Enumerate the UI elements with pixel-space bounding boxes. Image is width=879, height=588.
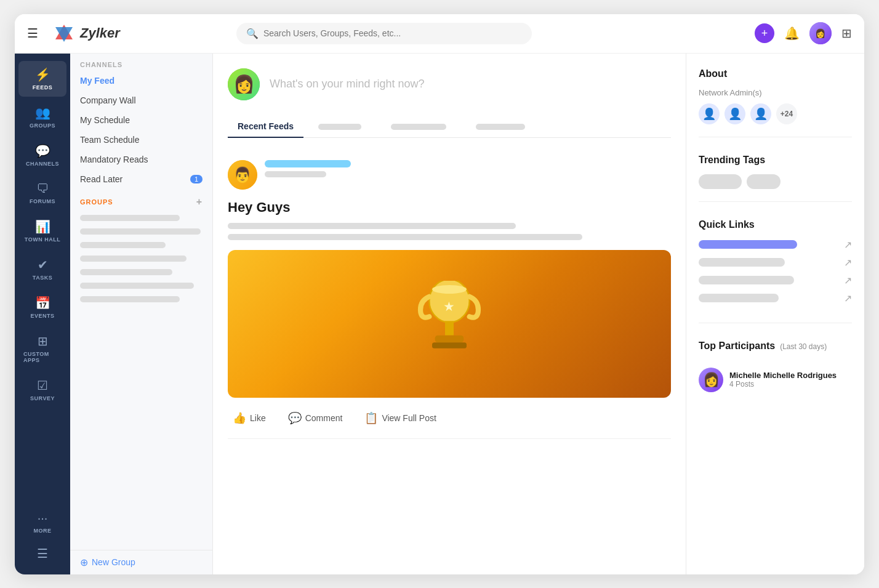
trophy-icon: ★ [406,281,492,367]
tab-placeholder-3[interactable] [461,115,540,137]
tab-recent-feeds[interactable]: Recent Feeds [228,115,303,137]
feeds-icon: ⚡ [35,67,50,82]
tab-placeholder-bar-2 [391,124,446,130]
quick-link-arrow-4: ↗ [844,292,852,304]
group-placeholder-1 [80,215,180,221]
like-button[interactable]: 👍 Like [228,408,271,429]
nav-item-my-schedule[interactable]: My Schedule [70,110,212,130]
logo-text: Zylker [80,25,120,41]
groups-section-header: GROUPS + [70,189,212,210]
sidebar-item-more[interactable]: ··· MORE [18,505,66,540]
search-input[interactable] [263,28,522,38]
left-nav: CHANNELS My Feed Company Wall My Schedul… [70,54,213,574]
trending-tags-title: Trending Tags [699,155,852,166]
read-later-badge: 1 [190,175,203,183]
like-icon: 👍 [233,411,246,425]
quick-link-4[interactable]: ↗ [699,292,852,304]
top-participants-section: Top Participants (Last 30 days) 👩 Michel… [699,340,852,405]
group-placeholder-6 [80,283,194,289]
group-placeholder-5 [80,269,172,275]
top-nav: ☰ Zylker 🔍 + 🔔 👩 ⊞ [15,14,864,54]
post-author-avatar: 👩 [228,68,260,100]
sidebar-item-feeds[interactable]: ⚡ FEEDS [18,61,66,97]
tag-placeholder-2 [747,174,781,189]
nav-item-team-schedule[interactable]: Team Schedule [70,130,212,150]
main-content: 👩 What's on your mind right now? Recent … [213,54,686,574]
comment-button[interactable]: 💬 Comment [283,408,348,429]
group-placeholder-3 [80,242,166,248]
logo-icon [53,22,75,44]
admin-person-icon-2: 👤 [728,107,742,121]
trending-tags-list [699,174,852,189]
sidebar-item-forums[interactable]: 🗨 FORUMS [18,175,66,211]
more-admins-badge[interactable]: +24 [776,103,797,124]
feed-post: 👨 Hey Guys [228,150,671,439]
post-actions: 👍 Like 💬 Comment 📋 View Full Post [228,408,671,429]
grid-icon[interactable]: ⊞ [841,26,852,41]
quick-link-1[interactable]: ↗ [699,239,852,251]
admin-avatars: 👤 👤 👤 +24 [699,103,852,124]
post-title: Hey Guys [228,199,671,215]
user-avatar[interactable]: 👩 [809,22,832,44]
participant-name: Michelle Michelle Rodrigues [729,371,837,380]
top-participants-period: (Last 30 days) [780,342,827,351]
quick-link-2[interactable]: ↗ [699,257,852,268]
collapse-icon: ☰ [37,546,48,561]
quick-link-arrow-3: ↗ [844,275,852,286]
sidebar-item-tasks[interactable]: ✔ TASKS [18,251,66,287]
nav-actions: + 🔔 👩 ⊞ [755,22,852,44]
view-full-post-button[interactable]: 📋 View Full Post [359,408,441,429]
add-button[interactable]: + [755,23,774,43]
bell-icon[interactable]: 🔔 [784,26,800,41]
right-sidebar: About Network Admin(s) 👤 👤 👤 +24 [686,54,864,574]
post-input-placeholder[interactable]: What's on your mind right now? [270,78,425,91]
nav-item-read-later[interactable]: Read Later 1 [70,169,212,189]
sidebar-item-townhall[interactable]: 📊 TOWN HALL [18,213,66,249]
top-participants-header: Top Participants (Last 30 days) [699,340,852,360]
admin-avatar-3: 👤 [750,103,771,124]
channels-section-header: CHANNELS [70,54,212,71]
new-group-button[interactable]: ⊕ New Group [70,550,212,574]
tab-placeholder-1[interactable] [303,115,376,137]
nav-item-my-feed[interactable]: My Feed [70,71,212,91]
sidebar-item-events[interactable]: 📅 EVENTS [18,289,66,325]
svg-rect-5 [435,335,464,342]
sidebar-icons: ⚡ FEEDS 👥 GROUPS 💬 CHANNELS 🗨 FORUMS 📊 T… [15,54,70,574]
feeds-tabs: Recent Feeds [228,115,671,138]
hamburger-icon[interactable]: ☰ [27,26,38,41]
new-group-icon: ⊕ [80,557,88,568]
post-body-placeholder-1 [228,223,516,229]
quick-link-3[interactable]: ↗ [699,275,852,286]
survey-icon: ☑ [37,378,48,393]
view-full-icon: 📋 [364,411,378,425]
sidebar-item-channels[interactable]: 💬 CHANNELS [18,137,66,173]
sidebar-item-survey[interactable]: ☑ SURVEY [18,372,66,408]
sidebar-bottom: ··· MORE ☰ [18,505,66,567]
top-participants-title: Top Participants [699,340,775,352]
search-bar[interactable]: 🔍 [236,23,532,44]
groups-icon: 👥 [35,105,50,120]
nav-item-mandatory-reads[interactable]: Mandatory Reads [70,150,212,169]
more-icon: ··· [38,511,48,525]
events-icon: 📅 [35,296,50,310]
sidebar-item-custom-apps[interactable]: ⊞ CUSTOM APPS [18,328,66,369]
quick-link-arrow-1: ↗ [844,239,852,251]
tab-placeholder-2[interactable] [376,115,461,137]
tab-placeholder-bar-1 [318,124,361,130]
post-user-info [265,160,351,190]
app-container: ☰ Zylker 🔍 + 🔔 👩 ⊞ ⚡ FEEDS [15,14,864,574]
top-participant-item: 👩 Michelle Michelle Rodrigues 4 Posts [699,368,852,392]
add-group-icon[interactable]: + [196,196,203,207]
sidebar-collapse-button[interactable]: ☰ [18,540,66,567]
post-time-placeholder [265,171,326,177]
admin-avatar-2: 👤 [724,103,745,124]
admin-person-icon-3: 👤 [754,107,768,121]
nav-item-company-wall[interactable]: Company Wall [70,91,212,110]
trending-tags-section: Trending Tags [699,155,852,202]
forums-icon: 🗨 [36,182,49,196]
sidebar-item-groups[interactable]: 👥 GROUPS [18,99,66,135]
post-user-avatar: 👨 [228,160,257,190]
admin-person-icon-1: 👤 [702,107,716,121]
quick-links-section: Quick Links ↗ ↗ ↗ ↗ [699,219,852,323]
about-section: About Network Admin(s) 👤 👤 👤 +24 [699,68,852,137]
